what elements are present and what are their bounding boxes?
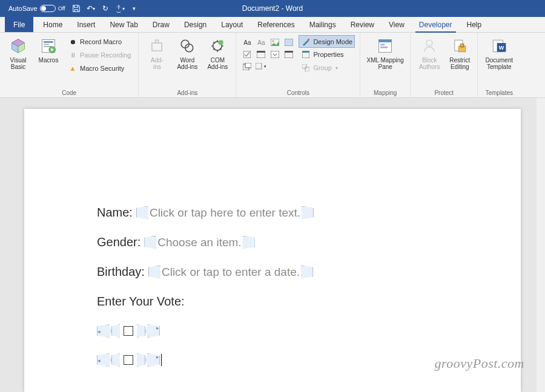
name-content-control[interactable]: Click or tap here to enter text. bbox=[136, 206, 314, 220]
group-addins-label: Add-ins bbox=[142, 88, 232, 97]
svg-point-10 bbox=[219, 40, 223, 45]
tab-review[interactable]: Review bbox=[343, 17, 382, 32]
word-addins-icon bbox=[177, 36, 197, 56]
vertical-scrollbar[interactable] bbox=[537, 98, 545, 392]
field-vote: Enter Your Vote: bbox=[97, 295, 448, 309]
field-name: Name: Click or tap here to enter text. bbox=[97, 206, 448, 220]
checkbox-icon[interactable] bbox=[124, 326, 133, 336]
xml-mapping-button[interactable]: XML Mapping Pane bbox=[364, 34, 406, 88]
design-mode-button[interactable]: Design Mode bbox=[299, 35, 355, 48]
properties-button[interactable]: Properties bbox=[299, 48, 355, 61]
document-template-button[interactable]: W Document Template bbox=[481, 34, 517, 88]
group-icon bbox=[301, 63, 311, 73]
name-placeholder[interactable]: Click or tap here to enter text. bbox=[148, 206, 302, 220]
document-template-icon: W bbox=[489, 36, 509, 56]
cc-inner-left-icon[interactable] bbox=[111, 353, 120, 367]
buildingblock-control-icon[interactable] bbox=[283, 36, 295, 48]
checkbox-control-2[interactable]: ◂ ▸ bbox=[97, 353, 448, 367]
tab-insert[interactable]: Insert bbox=[70, 17, 102, 32]
checkbox-control-1[interactable]: ◂ ▸ bbox=[97, 324, 448, 338]
checkbox-icon[interactable] bbox=[124, 355, 133, 365]
macro-security-button[interactable]: ▲Macro Security bbox=[65, 62, 133, 75]
com-addins-button[interactable]: COM Add-ins bbox=[203, 34, 232, 88]
tab-help[interactable]: Help bbox=[460, 17, 489, 32]
tab-layout[interactable]: Layout bbox=[214, 17, 250, 32]
tab-developer[interactable]: Developer bbox=[412, 17, 460, 32]
group-mapping-label: Mapping bbox=[364, 88, 406, 97]
birthday-content-control[interactable]: Click or tap to enter a date. bbox=[148, 266, 313, 279]
restrict-editing-label: Restrict Editing bbox=[449, 57, 470, 70]
svg-point-12 bbox=[272, 41, 274, 42]
cc-handle-right-icon[interactable] bbox=[301, 266, 313, 279]
field-birthday: Birthday: Click or tap to enter a date. bbox=[97, 265, 448, 279]
cc-inner-right-icon[interactable] bbox=[137, 324, 145, 338]
gender-content-control[interactable]: Choose an item. bbox=[144, 236, 254, 249]
tab-mailings[interactable]: Mailings bbox=[302, 17, 343, 32]
cc-inner-right-icon[interactable] bbox=[137, 353, 145, 367]
cc-handle-right-icon[interactable]: ▸ bbox=[145, 324, 160, 338]
gender-placeholder[interactable]: Choose an item. bbox=[156, 236, 242, 249]
word-addins-button[interactable]: Word Add-ins bbox=[173, 34, 202, 88]
cc-handle-left-icon[interactable] bbox=[148, 266, 160, 279]
svg-rect-1 bbox=[44, 41, 53, 43]
cc-handle-left-icon[interactable]: ◂ bbox=[97, 353, 111, 367]
tab-new-tab[interactable]: New Tab bbox=[102, 17, 145, 32]
group-templates-label: Templates bbox=[481, 88, 517, 97]
undo-icon[interactable]: ↶▾ bbox=[85, 2, 97, 15]
cc-handle-left-icon[interactable] bbox=[144, 236, 156, 249]
svg-rect-22 bbox=[256, 63, 262, 69]
record-macro-button[interactable]: ⏺Record Macro bbox=[65, 35, 133, 48]
visual-basic-button[interactable]: Visual Basic bbox=[4, 34, 33, 88]
svg-rect-5 bbox=[152, 43, 162, 51]
document-template-label: Document Template bbox=[485, 57, 513, 70]
cc-handle-right-icon[interactable] bbox=[243, 236, 255, 249]
pause-label: Pause Recording bbox=[80, 51, 131, 59]
tab-design[interactable]: Design bbox=[177, 17, 214, 32]
redo-icon[interactable]: ↻ bbox=[99, 2, 111, 15]
ribbon-tabs: File Home Insert New Tab Draw Design Lay… bbox=[0, 17, 545, 33]
pause-icon: ⏸ bbox=[68, 50, 78, 60]
restrict-editing-icon bbox=[450, 36, 469, 56]
svg-point-32 bbox=[426, 40, 432, 46]
document-area: Name: Click or tap here to enter text. G… bbox=[0, 98, 545, 392]
toggle-off-icon bbox=[40, 5, 56, 12]
pause-recording-button: ⏸Pause Recording bbox=[65, 48, 133, 62]
tab-view[interactable]: View bbox=[382, 17, 412, 32]
checkbox-control-icon[interactable] bbox=[241, 48, 253, 60]
tab-draw[interactable]: Draw bbox=[145, 17, 177, 32]
date-control-icon[interactable] bbox=[283, 48, 295, 60]
richtext-control-icon[interactable]: Aa bbox=[241, 36, 253, 48]
properties-label: Properties bbox=[313, 51, 343, 58]
page[interactable]: Name: Click or tap here to enter text. G… bbox=[24, 109, 521, 392]
picture-control-icon[interactable] bbox=[269, 36, 281, 48]
svg-rect-6 bbox=[156, 40, 159, 43]
cc-handle-left-icon[interactable]: ◂ bbox=[97, 324, 111, 338]
watermark: groovyPost.com bbox=[434, 356, 524, 371]
birthday-placeholder[interactable]: Click or tap to enter a date. bbox=[160, 266, 301, 279]
legacy-controls-icon[interactable]: ▾ bbox=[255, 60, 267, 73]
cc-handle-left-icon[interactable] bbox=[136, 206, 148, 220]
svg-text:W: W bbox=[499, 45, 504, 51]
dropdown-control-icon[interactable] bbox=[269, 48, 281, 60]
autosave-toggle[interactable]: AutoSave Off bbox=[6, 5, 68, 12]
visual-basic-label: Visual Basic bbox=[10, 57, 26, 70]
group-controls-label: Controls bbox=[240, 88, 356, 97]
save-icon[interactable] bbox=[70, 2, 82, 15]
cc-inner-left-icon[interactable] bbox=[111, 324, 120, 338]
restrict-editing-button[interactable]: Restrict Editing bbox=[446, 34, 474, 88]
window-title: Document2 - Word bbox=[242, 4, 303, 13]
plaintext-control-icon[interactable]: Aa bbox=[255, 36, 267, 48]
tab-references[interactable]: References bbox=[250, 17, 302, 32]
group-mapping: XML Mapping Pane Mapping bbox=[360, 33, 411, 97]
macros-button[interactable]: Macros bbox=[34, 34, 63, 88]
combobox-control-icon[interactable] bbox=[255, 48, 267, 60]
cc-handle-right-icon[interactable]: ▸ bbox=[145, 353, 160, 367]
tab-home[interactable]: Home bbox=[36, 17, 70, 32]
cc-handle-right-icon[interactable] bbox=[302, 206, 314, 220]
tab-file[interactable]: File bbox=[5, 17, 33, 32]
macros-icon bbox=[39, 36, 58, 56]
repeat-control-icon[interactable] bbox=[241, 60, 253, 73]
customize-qat-icon[interactable]: ▾ bbox=[128, 2, 140, 15]
touch-mode-icon[interactable]: ▾ bbox=[114, 2, 126, 15]
group-code: Visual Basic Macros ⏺Record Macro ⏸Pause… bbox=[0, 33, 139, 97]
